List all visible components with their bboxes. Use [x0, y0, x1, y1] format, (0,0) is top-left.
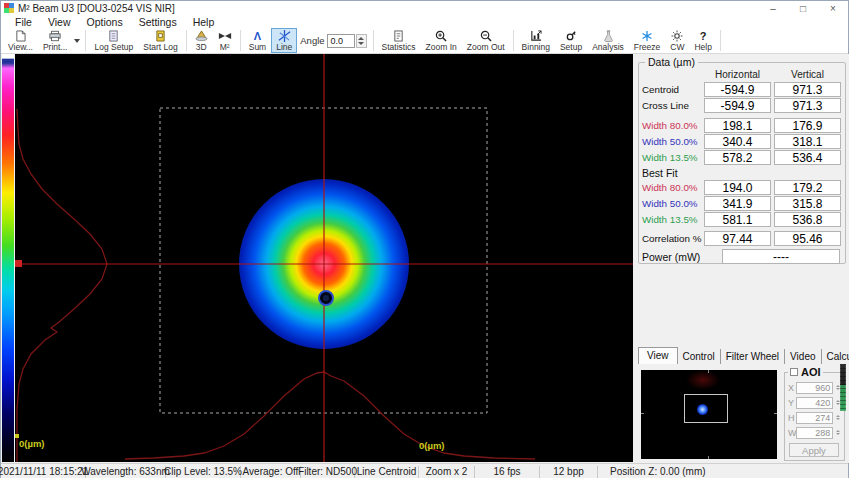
- crosshair-handle[interactable]: [15, 260, 22, 267]
- app-icon: [4, 3, 14, 13]
- status-position-z: Position Z: 0.00 (mm): [598, 466, 848, 478]
- toolbar-separator: [186, 30, 187, 51]
- correlation-v-value: 95.46: [774, 231, 841, 246]
- 3d-button[interactable]: 3D: [190, 28, 213, 53]
- aoi-y-input[interactable]: 420: [796, 397, 833, 409]
- width80-h-value: 198.1: [704, 118, 771, 133]
- aoi-y-row: Y 420: [788, 396, 842, 409]
- spin-down-icon: [358, 42, 364, 45]
- zoom-in-button[interactable]: Zoom In: [421, 28, 462, 53]
- aoi-checkbox[interactable]: [790, 368, 798, 376]
- aoi-groupbox: AOI X 960 Y 420 H 274 W 288: [784, 372, 845, 461]
- bf-width50-h-value: 341.9: [704, 196, 771, 211]
- tab-view[interactable]: View: [638, 347, 678, 364]
- print-button[interactable]: Print...: [38, 28, 73, 53]
- analysis-button[interactable]: Analysis: [587, 28, 629, 53]
- angle-input[interactable]: 0.0: [327, 34, 355, 48]
- zoom-out-button[interactable]: Zoom Out: [462, 28, 510, 53]
- beam-overlay-graphics: [15, 54, 633, 462]
- status-clip-level: Clip Level: 13.5%: [166, 466, 241, 478]
- bf-width80-v-value: 179.2: [774, 180, 841, 195]
- status-average: Average: Off: [241, 466, 301, 478]
- data-groupbox: Data (µm) Horizontal Vertical Centroid -…: [638, 62, 846, 264]
- statistics-icon: [393, 30, 404, 42]
- preview-tick: [708, 370, 709, 373]
- table-row-crossline: Cross Line -594.9 971.3: [642, 98, 842, 113]
- binning-icon: [530, 30, 542, 42]
- menu-settings[interactable]: Settings: [131, 16, 185, 28]
- line-button[interactable]: Line: [271, 28, 297, 53]
- color-scale-bar: [2, 54, 14, 462]
- apply-button[interactable]: Apply: [789, 443, 839, 457]
- aoi-h-spinner[interactable]: [834, 415, 842, 420]
- table-row-bf-width135: Width 13.5% 581.1 536.8: [642, 212, 842, 227]
- preview-tick: [641, 413, 644, 414]
- camera-preview[interactable]: [641, 370, 777, 459]
- freeze-button[interactable]: Freeze: [629, 28, 665, 53]
- bf-width135-v-value: 536.8: [774, 212, 841, 227]
- log-setup-button[interactable]: Log Setup: [89, 28, 138, 53]
- table-row-width80: Width 80.0% 198.1 176.9: [642, 118, 842, 133]
- axis-origin-label-right: 0(µm): [419, 440, 445, 451]
- tab-video[interactable]: Video: [785, 349, 821, 364]
- window-title: M² Beam U3 [DOU3-0254 VIS NIR]: [18, 3, 175, 14]
- table-row-correlation: Correlation % 97.44 95.46: [642, 231, 842, 246]
- sum-button[interactable]: Λ Sum: [244, 28, 271, 53]
- width50-v-value: 318.1: [774, 134, 841, 149]
- view-icon: [15, 30, 26, 42]
- status-bpp: 12 bpp: [540, 466, 598, 478]
- toolbar-separator: [373, 30, 374, 51]
- data-table-header: Horizontal Vertical: [642, 69, 842, 80]
- setup-button[interactable]: Setup: [555, 28, 587, 53]
- crossline-v-value: 971.3: [774, 98, 841, 113]
- centroid-v-value: 971.3: [774, 82, 841, 97]
- close-button[interactable]: ×: [818, 1, 848, 15]
- help-button[interactable]: ? Help: [689, 28, 716, 53]
- aoi-w-spinner[interactable]: [834, 430, 842, 435]
- maximize-button[interactable]: □: [788, 1, 818, 15]
- toolbar-separator: [240, 30, 241, 51]
- view-button[interactable]: View...: [3, 28, 38, 53]
- status-bar: 2021/11/11 18:15:21 Wavelength: 633nm Cl…: [1, 463, 848, 478]
- menu-options[interactable]: Options: [79, 16, 131, 28]
- tab-filter-wheel[interactable]: Filter Wheel: [721, 349, 785, 364]
- correlation-h-value: 97.44: [704, 231, 771, 246]
- binning-button[interactable]: Binning: [517, 28, 555, 53]
- m-squared-button[interactable]: M²: [213, 28, 237, 53]
- aoi-x-input[interactable]: 960: [796, 382, 833, 394]
- crossline-h-value: -594.9: [704, 98, 771, 113]
- table-row-centroid: Centroid -594.9 971.3: [642, 82, 842, 97]
- menu-view[interactable]: View: [40, 16, 79, 28]
- statistics-button[interactable]: Statistics: [377, 28, 421, 53]
- angle-spinner[interactable]: [356, 34, 367, 48]
- cw-button[interactable]: CW: [665, 28, 689, 53]
- vertical-profile-curve: [17, 109, 107, 462]
- status-datetime: 2021/11/11 18:15:21: [1, 466, 86, 478]
- tab-calculation[interactable]: Calculation: [822, 349, 849, 364]
- aoi-h-row: H 274: [788, 411, 842, 424]
- help-icon: ?: [700, 30, 707, 42]
- level-indicator: [840, 364, 846, 411]
- zoom-out-icon: [480, 30, 492, 42]
- maximize-icon: □: [800, 3, 806, 14]
- menu-help[interactable]: Help: [185, 16, 223, 28]
- start-log-button[interactable]: Start Log: [138, 28, 183, 53]
- beam-display[interactable]: 0(µm) 0(µm): [15, 54, 633, 462]
- menu-file[interactable]: File: [7, 16, 40, 28]
- preview-tick: [774, 413, 777, 414]
- angle-label: Angle: [300, 35, 324, 46]
- start-log-icon: [155, 30, 166, 42]
- bf-width50-v-value: 315.8: [774, 196, 841, 211]
- aoi-w-row: W 288: [788, 426, 842, 439]
- right-panel: Data (µm) Horizontal Vertical Centroid -…: [633, 54, 849, 463]
- bf-width80-h-value: 194.0: [704, 180, 771, 195]
- tab-control[interactable]: Control: [678, 349, 721, 364]
- aoi-w-input[interactable]: 288: [796, 427, 833, 439]
- log-setup-icon: [108, 30, 119, 42]
- line-icon: [278, 30, 291, 42]
- minimize-button[interactable]: –: [758, 1, 788, 15]
- toolbar: View... Print... Log Setup Start Log: [1, 28, 848, 54]
- print-dropdown-icon[interactable]: [74, 39, 80, 43]
- close-icon: ×: [830, 3, 836, 14]
- aoi-h-input[interactable]: 274: [796, 412, 833, 424]
